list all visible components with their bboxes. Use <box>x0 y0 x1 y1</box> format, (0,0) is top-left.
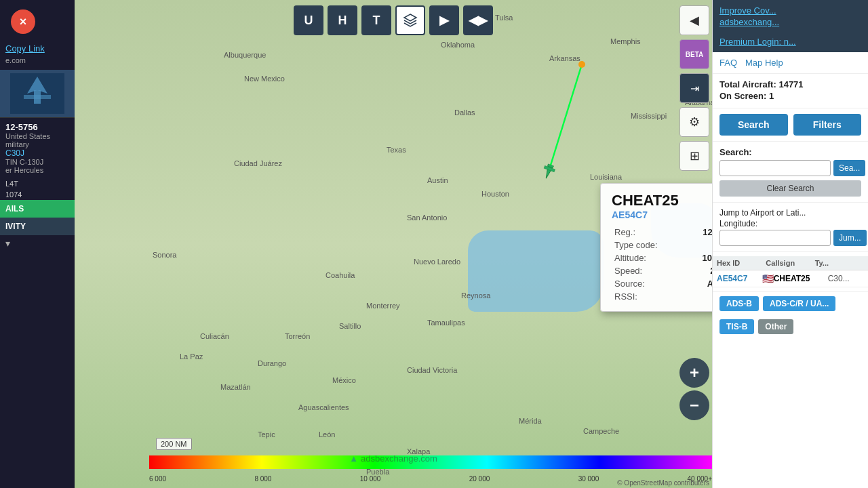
left-panel: × Copy Link e.com 12-5756 United States … <box>0 0 75 488</box>
result-hex: AE54C7 <box>717 274 762 283</box>
stats-button[interactable]: ⊞ <box>679 141 709 171</box>
premium-login-link[interactable]: Premium Login: n... <box>713 34 868 52</box>
longitude-label: Longitude: <box>719 219 861 228</box>
map-help-link[interactable]: Map Help <box>745 58 783 68</box>
on-screen-label: On Screen: <box>719 91 766 101</box>
popup-row-reg: Reg.: 12-5756 <box>612 226 712 239</box>
settings-button[interactable]: ⚙ <box>679 107 709 137</box>
hex-id-header: Hex ID <box>717 259 766 267</box>
search-label: Search: <box>719 147 861 157</box>
aircraft-mil: military <box>5 140 69 148</box>
popup-row-source: Source: ADS-B <box>612 277 712 290</box>
details-bar[interactable]: AILS <box>0 200 75 218</box>
search-go-button[interactable]: Sea... <box>833 160 865 176</box>
stats-block: Total Aircraft: 14771 On Screen: 1 <box>713 74 868 108</box>
popup-altitude-value: 10800 ft <box>679 251 712 264</box>
beta-button[interactable]: BETA <box>679 39 709 69</box>
adsb-filter-button[interactable]: ADS-B <box>719 296 759 311</box>
jump-section: Jump to Airport or Lati... Longitude: Ju… <box>713 203 868 252</box>
result-row[interactable]: AE54C7 🇺🇸 CHEAT25 C30... <box>713 270 868 287</box>
back-button[interactable]: ◀ <box>679 5 709 35</box>
zoom-out-button[interactable]: − <box>679 390 709 420</box>
on-screen-stat: On Screen: 1 <box>719 91 861 101</box>
aircraft-field-l4t: L4T <box>0 178 75 189</box>
jump-input[interactable] <box>719 230 831 246</box>
popup-type-value: C30J <box>679 239 712 251</box>
popup-callsign: CHEAT25 <box>612 192 712 209</box>
popup-altitude-label: Altitude: <box>612 251 679 264</box>
callsign-header: Callsign <box>766 259 814 267</box>
jump-button[interactable]: Jum... <box>833 230 867 246</box>
jump-label: Jump to Airport or Lati... <box>719 208 861 218</box>
popup-speed-label: Speed: <box>612 264 679 277</box>
aircraft-model: er Hercules <box>5 166 69 174</box>
clear-search-button[interactable]: Clear Search <box>719 180 861 197</box>
result-type: C30... <box>828 274 864 283</box>
h-button[interactable]: H <box>328 5 357 35</box>
improve-coverage-link[interactable]: Improve Cov... <box>719 5 861 16</box>
faq-link[interactable]: FAQ <box>719 58 737 68</box>
map-right-controls: ◀ BETA ⇥ ⚙ ⊞ <box>679 5 709 171</box>
search-button[interactable]: Search <box>719 114 788 136</box>
total-aircraft-stat: Total Aircraft: 14771 <box>719 79 861 89</box>
svg-marker-9 <box>404 14 416 21</box>
search-input[interactable] <box>719 160 831 176</box>
zoom-in-button[interactable]: + <box>679 358 709 388</box>
popup-rssi-label: RSSI: <box>612 290 679 303</box>
popup-rssi-value: n/a <box>679 290 712 303</box>
close-button[interactable]: × <box>11 9 35 34</box>
type-header: Ty... <box>815 259 864 267</box>
top-links-section: Improve Cov... adsbexchang... <box>713 0 868 34</box>
aircraft-field-1074: 1074 <box>0 189 75 200</box>
popup-row-type: Type code: C30J <box>612 239 712 251</box>
aircraft-reg: 12-5756 <box>5 122 69 132</box>
bottom-controls: ▾ <box>0 235 75 251</box>
adsbexchange-link[interactable]: adsbexchang... <box>719 17 861 27</box>
popup-source-label: Source: <box>612 277 679 290</box>
aircraft-type-code: C30J <box>5 148 69 158</box>
popup-details-table: Reg.: 12-5756 Type code: C30J Altitude: … <box>612 226 712 303</box>
osm-attribution: © OpenStreetMap contributers <box>617 479 709 487</box>
t-button[interactable]: T <box>361 5 391 35</box>
arrows-button[interactable]: ◀▶ <box>463 5 493 35</box>
source-filter-row-2: TIS-B Other <box>713 315 868 338</box>
filters-button[interactable]: Filters <box>793 114 862 136</box>
gulf-of-mexico <box>468 230 604 312</box>
nav-links-section: FAQ Map Help <box>713 52 868 74</box>
right-panel: Improve Cov... adsbexchang... Premium Lo… <box>712 0 868 488</box>
svg-rect-3 <box>24 95 51 99</box>
layers-button[interactable] <box>395 5 425 35</box>
popup-speed-value: 249 kt <box>679 264 712 277</box>
scroll-down-arrow[interactable]: ▾ <box>5 238 10 249</box>
aircraft-thumbnail <box>0 70 75 117</box>
login-button[interactable]: ⇥ <box>679 73 709 103</box>
popup-source-value: ADS-B <box>679 277 712 290</box>
results-section: Hex ID Callsign Ty... AE54C7 🇺🇸 CHEAT25 … <box>713 252 868 292</box>
popup-type-label: Type code: <box>612 239 679 251</box>
watermark: ▲ adsbexchange.com <box>349 453 437 464</box>
zoom-controls: + − <box>679 358 709 420</box>
aircraft-type: TIN C-130J <box>5 158 69 166</box>
map-top-controls: U H T ▶ ◀▶ <box>294 5 493 35</box>
map-area[interactable]: TulsaOklahomaAlbuquerqueNew MexicoMemphi… <box>75 0 712 488</box>
popup-reg-value: 12-5756 <box>679 226 712 239</box>
aircraft-icon[interactable] <box>537 157 561 182</box>
result-flag: 🇺🇸 <box>762 273 774 284</box>
on-screen-value: 1 <box>769 91 774 101</box>
popup-row-speed: Speed: 249 kt <box>612 264 712 277</box>
activity-bar[interactable]: IVITY <box>0 218 75 235</box>
u-button[interactable]: U <box>294 5 323 35</box>
adsc-filter-button[interactable]: ADS-C/R / UA... <box>763 296 835 311</box>
aircraft-info-block: 12-5756 United States military C30J TIN … <box>0 117 75 178</box>
tisb-filter-button[interactable]: TIS-B <box>719 319 754 334</box>
result-callsign: CHEAT25 <box>774 274 828 283</box>
search-row: Sea... <box>719 160 861 176</box>
other-filter-button[interactable]: Other <box>758 319 793 334</box>
results-header: Hex ID Callsign Ty... <box>713 256 868 270</box>
next-button[interactable]: ▶ <box>429 5 459 35</box>
popup-row-rssi: RSSI: n/a <box>612 290 712 303</box>
aircraft-country: United States <box>5 132 69 140</box>
total-aircraft-value: 14771 <box>778 79 803 89</box>
copy-link-button[interactable]: Copy Link <box>0 43 75 56</box>
popup-row-altitude: Altitude: 10800 ft <box>612 251 712 264</box>
